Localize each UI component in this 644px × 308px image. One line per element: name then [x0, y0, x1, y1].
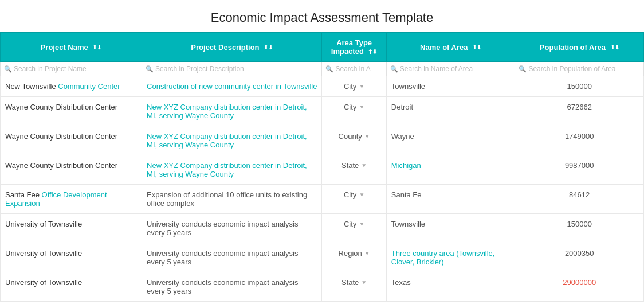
- dropdown-arrow-icon[interactable]: ▼: [359, 192, 364, 198]
- search-input-project_name[interactable]: [14, 65, 138, 73]
- dropdown-arrow-icon[interactable]: ▼: [359, 221, 364, 227]
- area-type-text: City: [344, 82, 356, 91]
- project-name-cell: Santa Fee Office Development Expansion: [1, 185, 142, 214]
- search-cell-name_of_area: 🔍: [386, 62, 515, 76]
- name-of-area-text: Three country area (Townsville, Clover, …: [391, 249, 495, 266]
- name-of-area-cell: Detroit: [386, 97, 515, 126]
- name-of-area-text: Wayne: [391, 132, 414, 141]
- description-cell: Expansion of additional 10 office units …: [142, 185, 322, 214]
- search-input-description[interactable]: [155, 65, 318, 73]
- table-row: New Townsville Community CenterConstruct…: [1, 76, 644, 97]
- project-name-text: Santa Fee: [5, 190, 42, 199]
- area-type-cell: State▼: [322, 155, 386, 185]
- search-input-area_type[interactable]: [335, 65, 382, 73]
- dropdown-arrow-icon[interactable]: ▼: [364, 250, 370, 256]
- description-text: University conducts economic impact anal…: [147, 249, 298, 266]
- name-of-area-text: Santa Fe: [391, 190, 422, 199]
- area-type-cell: Region▼: [322, 243, 386, 272]
- description-cell: New XYZ Company distribution center in D…: [142, 97, 322, 126]
- description-text: New XYZ Company distribution center in D…: [147, 132, 307, 149]
- sort-icon[interactable]: ⬆⬇: [368, 49, 377, 55]
- project-name-text: Wayne County Distribution Center: [5, 132, 117, 141]
- population-text: 150000: [567, 82, 591, 91]
- description-cell: New XYZ Company distribution center in D…: [142, 155, 322, 185]
- column-header-project_name[interactable]: Project Name ⬆⬇: [1, 33, 142, 62]
- area-type-text: County: [339, 132, 362, 141]
- description-text: University conducts economic impact anal…: [147, 220, 298, 237]
- name-of-area-cell: Wayne: [386, 126, 515, 155]
- project-name-text: University of Townsville: [5, 249, 82, 258]
- name-of-area-cell: Three country area (Townsville, Clover, …: [386, 243, 515, 272]
- search-icon: 🔍: [519, 65, 527, 73]
- population-cell: 672662: [515, 97, 644, 126]
- name-of-area-cell: Santa Fe: [386, 185, 515, 214]
- project-name-text: New Townsville: [5, 82, 58, 91]
- sort-icon[interactable]: ⬆⬇: [264, 45, 273, 50]
- search-icon: 🔍: [390, 65, 398, 73]
- column-header-name_of_area[interactable]: Name of Area ⬆⬇: [386, 33, 515, 62]
- population-text: 84612: [569, 190, 590, 199]
- project-name-cell: University of Townsville: [1, 243, 142, 272]
- name-of-area-cell: Townsville: [386, 214, 515, 243]
- area-type-cell: City▼: [322, 97, 386, 126]
- column-header-description[interactable]: Project Description ⬆⬇: [142, 33, 322, 62]
- population-cell: 150000: [515, 214, 644, 243]
- sort-icon[interactable]: ⬆⬇: [92, 45, 101, 50]
- description-text: Construction of new community center in …: [147, 82, 317, 91]
- area-type-text: State: [341, 161, 359, 170]
- dropdown-arrow-icon[interactable]: ▼: [359, 83, 364, 89]
- area-type-cell: City▼: [322, 76, 386, 97]
- sort-icon[interactable]: ⬆⬇: [610, 45, 619, 50]
- description-text: Expansion of additional 10 office units …: [147, 190, 307, 208]
- population-cell: 84612: [515, 185, 644, 214]
- population-text: 150000: [567, 220, 591, 228]
- population-text: 29000000: [563, 278, 596, 287]
- description-text: University conducts economic impact anal…: [147, 278, 298, 295]
- area-type-text: City: [344, 103, 356, 111]
- table-row: Wayne County Distribution CenterNew XYZ …: [1, 97, 644, 126]
- area-type-text: City: [344, 190, 356, 199]
- search-cell-project_name: 🔍: [1, 62, 142, 76]
- description-cell: Construction of new community center in …: [142, 76, 322, 97]
- table-header-row: Project Name ⬆⬇Project Description ⬆⬇Are…: [1, 33, 644, 62]
- search-input-name_of_area[interactable]: [400, 65, 512, 73]
- column-header-population[interactable]: Population of Area ⬆⬇: [515, 33, 644, 62]
- area-type-cell: City▼: [322, 185, 386, 214]
- main-table: Project Name ⬆⬇Project Description ⬆⬇Are…: [0, 32, 644, 302]
- description-cell: University conducts economic impact anal…: [142, 243, 322, 272]
- name-of-area-text: Townsville: [391, 220, 425, 228]
- name-of-area-text: Texas: [391, 278, 411, 287]
- search-cell-population: 🔍: [515, 62, 644, 76]
- project-name-link[interactable]: Community Center: [58, 82, 120, 91]
- dropdown-arrow-icon[interactable]: ▼: [361, 162, 367, 169]
- search-cell-description: 🔍: [142, 62, 322, 76]
- area-type-cell: City▼: [322, 214, 386, 243]
- population-text: 672662: [567, 103, 591, 111]
- search-icon: 🔍: [325, 65, 333, 73]
- search-input-population[interactable]: [528, 65, 640, 73]
- table-row: Santa Fee Office Development ExpansionEx…: [1, 185, 644, 214]
- project-name-cell: University of Townsville: [1, 272, 142, 302]
- name-of-area-cell: Michigan: [386, 155, 515, 185]
- population-cell: 1749000: [515, 126, 644, 155]
- project-name-text: Wayne County Distribution Center: [5, 103, 117, 111]
- population-cell: 2000350: [515, 243, 644, 272]
- dropdown-arrow-icon[interactable]: ▼: [359, 104, 364, 110]
- page-title: Economic Impact Assessment Template: [0, 0, 644, 32]
- name-of-area-text: Detroit: [391, 103, 413, 111]
- table-row: Wayne County Distribution CenterNew XYZ …: [1, 126, 644, 155]
- search-icon: 🔍: [4, 65, 12, 73]
- population-cell: 150000: [515, 76, 644, 97]
- column-header-area_type[interactable]: Area Type Impacted ⬆⬇: [322, 33, 386, 62]
- dropdown-arrow-icon[interactable]: ▼: [361, 279, 367, 286]
- search-row: 🔍🔍🔍🔍🔍: [1, 62, 644, 76]
- name-of-area-text: Michigan: [391, 161, 421, 170]
- search-cell-inner-area_type: 🔍: [325, 65, 382, 73]
- search-icon: 🔍: [146, 65, 154, 73]
- project-name-cell: University of Townsville: [1, 214, 142, 243]
- sort-icon[interactable]: ⬆⬇: [472, 45, 481, 50]
- area-type-text: State: [341, 278, 359, 287]
- population-cell: 9987000: [515, 155, 644, 185]
- project-name-cell: New Townsville Community Center: [1, 76, 142, 97]
- dropdown-arrow-icon[interactable]: ▼: [364, 133, 370, 139]
